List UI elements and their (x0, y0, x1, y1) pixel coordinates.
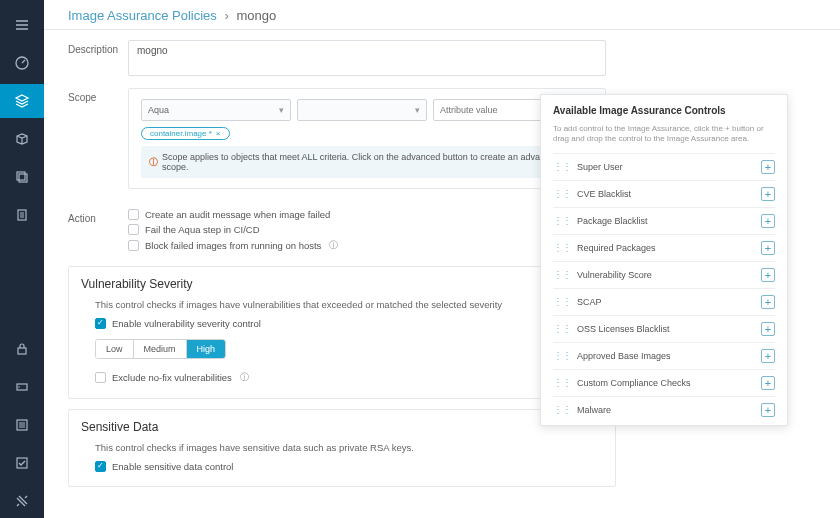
vuln-section-desc: This control checks if images have vulne… (95, 299, 603, 310)
sensitive-section-desc: This control checks if images have sensi… (95, 442, 603, 453)
control-label: Super User (577, 162, 623, 172)
scope-select-2[interactable]: ▾ (297, 99, 427, 121)
action-checkbox-block[interactable] (128, 240, 139, 251)
drag-icon[interactable]: ⋮⋮ (553, 215, 571, 226)
breadcrumb-root[interactable]: Image Assurance Policies (68, 8, 217, 23)
layers-icon[interactable] (0, 84, 44, 118)
scope-label: Scope (68, 88, 128, 199)
svg-rect-1 (17, 172, 25, 180)
clipboard-icon[interactable] (0, 198, 44, 232)
severity-low[interactable]: Low (96, 340, 134, 358)
control-item[interactable]: ⋮⋮Custom Compliance Checks+ (553, 369, 775, 396)
control-label: OSS Licenses Blacklist (577, 324, 670, 334)
drag-icon[interactable]: ⋮⋮ (553, 188, 571, 199)
breadcrumb-leaf: mongo (236, 8, 276, 23)
scope-select-1[interactable]: Aqua▾ (141, 99, 291, 121)
control-item[interactable]: ⋮⋮Super User+ (553, 153, 775, 180)
drag-icon[interactable]: ⋮⋮ (553, 377, 571, 388)
control-label: Vulnerability Score (577, 270, 652, 280)
control-item[interactable]: ⋮⋮SCAP+ (553, 288, 775, 315)
control-item[interactable]: ⋮⋮Required Packages+ (553, 234, 775, 261)
svg-rect-2 (19, 174, 27, 182)
severity-high[interactable]: High (187, 340, 226, 358)
svg-rect-4 (18, 348, 26, 354)
drag-icon[interactable]: ⋮⋮ (553, 242, 571, 253)
control-label: CVE Blacklist (577, 189, 631, 199)
add-button[interactable]: + (761, 322, 775, 336)
exclude-nofix-checkbox[interactable] (95, 372, 106, 383)
check-icon[interactable] (0, 446, 44, 480)
sidebar (0, 0, 44, 518)
add-button[interactable]: + (761, 403, 775, 417)
drag-icon[interactable]: ⋮⋮ (553, 404, 571, 415)
lock-icon[interactable] (0, 332, 44, 366)
add-button[interactable]: + (761, 214, 775, 228)
drag-icon[interactable]: ⋮⋮ (553, 161, 571, 172)
add-button[interactable]: + (761, 376, 775, 390)
control-label: Package Blacklist (577, 216, 648, 226)
action-label: Action (68, 209, 128, 256)
copy-icon[interactable] (0, 160, 44, 194)
control-item[interactable]: ⋮⋮Approved Base Images+ (553, 342, 775, 369)
control-item[interactable]: ⋮⋮Package Blacklist+ (553, 207, 775, 234)
action-checkbox-fail[interactable] (128, 224, 139, 235)
add-button[interactable]: + (761, 160, 775, 174)
add-button[interactable]: + (761, 295, 775, 309)
vuln-section-title: Vulnerability Severity (81, 277, 603, 291)
control-label: Malware (577, 405, 611, 415)
control-label: Required Packages (577, 243, 656, 253)
chevron-right-icon: › (224, 8, 228, 23)
help-icon[interactable]: ⓘ (240, 371, 249, 384)
severity-medium[interactable]: Medium (134, 340, 187, 358)
vuln-enable-checkbox[interactable] (95, 318, 106, 329)
control-label: Approved Base Images (577, 351, 671, 361)
scope-chip[interactable]: container.image *× (141, 127, 230, 140)
settings-icon[interactable] (0, 484, 44, 518)
close-icon[interactable]: × (216, 129, 221, 138)
add-button[interactable]: + (761, 349, 775, 363)
control-item[interactable]: ⋮⋮Malware+ (553, 396, 775, 423)
drag-icon[interactable]: ⋮⋮ (553, 296, 571, 307)
server-icon[interactable] (0, 370, 44, 404)
available-controls-panel: Available Image Assurance Controls To ad… (540, 94, 788, 426)
drag-icon[interactable]: ⋮⋮ (553, 350, 571, 361)
control-item[interactable]: ⋮⋮OSS Licenses Blacklist+ (553, 315, 775, 342)
svg-point-6 (18, 386, 20, 388)
svg-rect-8 (17, 458, 27, 468)
control-item[interactable]: ⋮⋮CVE Blacklist+ (553, 180, 775, 207)
sensitive-enable-checkbox[interactable] (95, 461, 106, 472)
breadcrumb: Image Assurance Policies › mongo (44, 0, 840, 30)
info-icon: ⓘ (149, 156, 158, 169)
control-label: SCAP (577, 297, 602, 307)
add-button[interactable]: + (761, 241, 775, 255)
control-item[interactable]: ⋮⋮Vulnerability Score+ (553, 261, 775, 288)
description-label: Description (68, 40, 128, 78)
drag-icon[interactable]: ⋮⋮ (553, 269, 571, 280)
scope-note: ⓘ Scope applies to objects that meet ALL… (141, 146, 593, 178)
control-label: Custom Compliance Checks (577, 378, 691, 388)
help-icon[interactable]: ⓘ (329, 239, 338, 252)
severity-segment: Low Medium High (95, 339, 226, 359)
drag-icon[interactable]: ⋮⋮ (553, 323, 571, 334)
chevron-down-icon: ▾ (279, 105, 284, 115)
add-button[interactable]: + (761, 268, 775, 282)
box-icon[interactable] (0, 122, 44, 156)
dashboard-icon[interactable] (0, 46, 44, 80)
add-button[interactable]: + (761, 187, 775, 201)
list-icon[interactable] (0, 408, 44, 442)
description-input[interactable]: mogno (128, 40, 606, 76)
panel-hint: To add control to the Image Assurance, c… (553, 124, 775, 145)
action-checkbox-audit[interactable] (128, 209, 139, 220)
sensitive-section-title: Sensitive Data (81, 420, 603, 434)
chevron-down-icon: ▾ (415, 105, 420, 115)
menu-icon[interactable] (0, 8, 44, 42)
panel-title: Available Image Assurance Controls (553, 105, 775, 116)
